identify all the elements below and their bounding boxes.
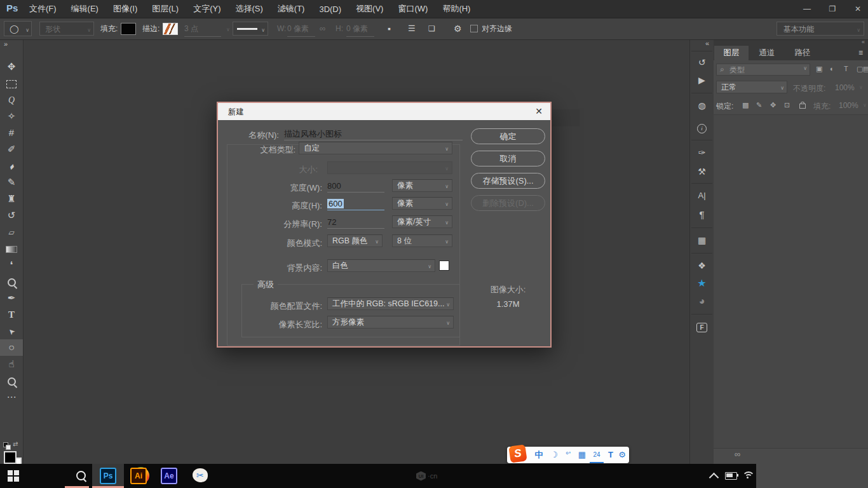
brush-tool[interactable]: ✎ (0, 174, 23, 191)
glyphs-panel-icon[interactable]: ▦ (690, 233, 714, 248)
menu-item-layer[interactable]: 图层(L) (152, 3, 179, 15)
history-panel-icon[interactable]: ↺ (690, 55, 714, 70)
punctuation-icon[interactable]: °’ (562, 447, 574, 463)
menu-item-3d[interactable]: 3D(D) (319, 4, 341, 14)
move-tool[interactable]: ✥ (0, 58, 23, 75)
paint-app-taskbar-icon[interactable]: ✂ (193, 468, 208, 482)
filter-type-dropdown[interactable]: ⌕ 类型 ∨ (716, 64, 810, 76)
taskbar-search-button[interactable] (35, 464, 60, 488)
type-tool[interactable]: T (0, 306, 23, 323)
path-arrangement-icon[interactable]: ❏ (428, 18, 435, 39)
resolution-input[interactable]: 72 (327, 217, 384, 229)
layer-comps-panel-icon[interactable]: F (690, 319, 714, 334)
gear-icon[interactable]: ⚙ (454, 18, 462, 39)
foreground-color-swatch[interactable] (4, 451, 17, 464)
color-profile-dropdown[interactable]: 工作中的 RGB: sRGB IEC619... (327, 297, 454, 310)
workspace-switcher[interactable]: 基本功能 ∨ (776, 22, 864, 36)
photoshop-taskbar-icon[interactable]: Ps (100, 468, 116, 484)
person-24-icon[interactable]: 24 (590, 448, 604, 463)
skin-icon[interactable]: T (605, 447, 616, 463)
marquee-tool[interactable] (0, 75, 23, 92)
layers-list[interactable] (713, 114, 868, 449)
default-colors-icon[interactable] (3, 442, 11, 450)
aftereffects-taskbar-icon[interactable]: Ae (161, 468, 177, 484)
device-preview-panel-icon[interactable]: ◍ (690, 98, 714, 113)
lock-position-icon[interactable]: ✥ (770, 101, 776, 109)
opacity-value[interactable]: 100% (835, 83, 855, 92)
width-input[interactable]: 800 (327, 180, 384, 193)
character-panel-icon[interactable]: A| (690, 188, 714, 203)
close-button[interactable]: ✕ (853, 4, 863, 13)
stock-panel-icon[interactable]: ◕ (690, 294, 714, 309)
menu-item-view[interactable]: 视图(V) (356, 3, 383, 15)
doc-type-dropdown[interactable]: 自定 (299, 142, 452, 154)
taskbar-app-pinwheel[interactable] (64, 464, 90, 488)
tab-paths[interactable]: 路径 (785, 46, 820, 60)
tool-preset-picker[interactable]: ◯ ∨ (4, 21, 32, 36)
sogou-logo-icon[interactable]: S (508, 444, 527, 463)
pen-tool[interactable]: ✒ (0, 290, 23, 306)
swap-colors-icon[interactable]: ⇄ (13, 440, 18, 447)
tab-layers[interactable]: 图层 (714, 46, 749, 60)
stroke-type-dropdown[interactable]: ∨ (233, 22, 268, 36)
minimize-button[interactable]: — (802, 4, 812, 13)
gradient-tool[interactable] (0, 240, 23, 257)
tray-expand-icon[interactable] (709, 473, 719, 483)
lock-artboard-icon[interactable]: ⊡ (784, 101, 790, 109)
tab-channels[interactable]: 通道 (750, 46, 784, 60)
moon-icon[interactable]: ☽ (548, 447, 560, 463)
link-layers-icon[interactable]: ∞ (735, 449, 740, 459)
chinese-mode-icon[interactable]: 中 (532, 447, 545, 463)
toolbox-icon[interactable]: ⚙ (616, 447, 628, 463)
healing-brush-tool[interactable]: ▰ (0, 158, 23, 174)
dialog-close-icon[interactable]: ✕ (535, 106, 543, 116)
libraries-panel-icon[interactable]: ★ (690, 276, 714, 291)
brushes-panel-icon[interactable]: ✑ (690, 145, 714, 160)
edit-toolbar-button[interactable]: ⋯ (0, 389, 23, 405)
background-color-swatch[interactable] (439, 261, 449, 271)
blend-mode-dropdown[interactable]: 正常 ∨ (716, 81, 787, 93)
actions-panel-icon[interactable]: ▶ (690, 72, 714, 88)
fill-value[interactable]: 100% (839, 101, 858, 110)
path-select-tool[interactable]: ➤ (0, 323, 23, 339)
filter-adjustment-layers-icon[interactable]: ◐ (830, 65, 834, 72)
tool-presets-panel-icon[interactable]: ⚒ (690, 164, 714, 179)
height-unit-dropdown[interactable]: 像素 (392, 197, 452, 210)
dodge-tool[interactable] (0, 273, 23, 290)
ok-button[interactable]: 确定 (471, 128, 545, 144)
lock-transparency-icon[interactable]: ▩ (742, 101, 749, 109)
battery-icon[interactable] (725, 472, 737, 480)
info-panel-icon[interactable]: i (690, 119, 714, 135)
paragraph-panel-icon[interactable]: ¶ (690, 207, 714, 222)
restore-button[interactable]: ❐ (827, 4, 837, 13)
menu-item-image[interactable]: 图像(I) (113, 3, 137, 15)
fill-swatch[interactable] (121, 23, 136, 35)
shape-height-field[interactable]: 0 像素 (346, 21, 374, 37)
bit-depth-dropdown[interactable]: 8 位 (392, 234, 452, 247)
color-mode-dropdown[interactable]: RGB 颜色 (327, 234, 383, 247)
menu-item-select[interactable]: 选择(S) (235, 3, 262, 15)
menu-item-help[interactable]: 帮助(H) (442, 3, 470, 15)
illustrator-taskbar-icon[interactable]: Ai (130, 468, 147, 484)
styles-panel-icon[interactable]: ❖ (690, 258, 714, 273)
expand-panel-icon[interactable]: » (4, 40, 8, 48)
resolution-unit-dropdown[interactable]: 像素/英寸 (392, 215, 452, 228)
name-input[interactable]: 描边风格小图标 (284, 128, 463, 140)
keyboard-icon[interactable]: ▦ (576, 447, 588, 463)
link-dimensions-icon[interactable]: ∞ (320, 18, 325, 39)
clone-stamp-tool[interactable]: ♜ (0, 191, 23, 207)
stroke-width-field[interactable]: 3 点 (184, 21, 221, 37)
crop-tool[interactable]: # (0, 125, 23, 141)
lock-all-icon[interactable] (799, 104, 806, 109)
zoom-tool[interactable] (0, 372, 23, 389)
panel-menu-icon[interactable]: ≡ (858, 46, 863, 60)
height-input[interactable]: 600 (327, 198, 384, 210)
wifi-icon[interactable] (742, 471, 754, 480)
eraser-tool[interactable]: ▱ (0, 224, 23, 240)
lasso-tool[interactable]: Q (0, 92, 23, 108)
align-edges-checkbox[interactable] (470, 25, 478, 32)
filter-pixel-layers-icon[interactable]: ▣ (816, 65, 822, 73)
ellipse-tool[interactable]: ○ (0, 339, 23, 356)
menu-item-edit[interactable]: 编辑(E) (71, 3, 98, 15)
path-alignment-icon[interactable]: ☰ (408, 18, 416, 39)
